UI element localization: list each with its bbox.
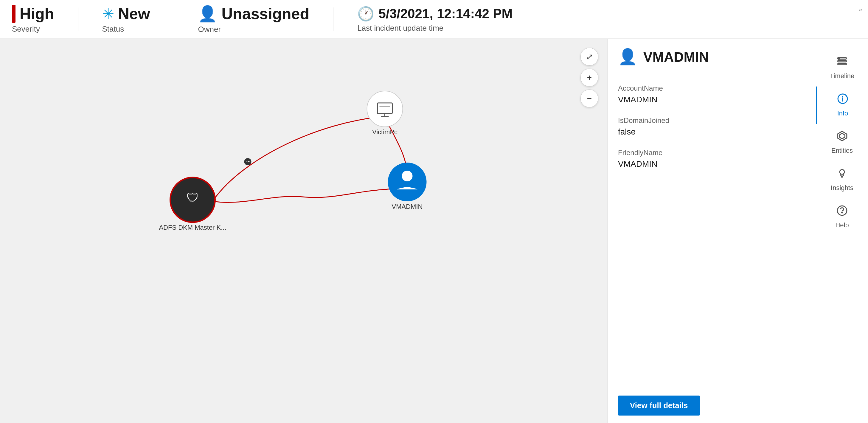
owner-value: Unassigned xyxy=(221,5,309,23)
time-value: 5/3/2021, 12:14:42 PM xyxy=(378,6,513,21)
panel-field-isdomainjoined: IsDomainJoined false xyxy=(618,116,805,137)
header: High Severity ✳ New Status 👤 Unassigned … xyxy=(0,0,868,39)
expand-panel-arrow[interactable]: » xyxy=(859,6,862,13)
svg-point-4 xyxy=(367,91,403,127)
panel-field-accountname: AccountName VMADMIN xyxy=(618,84,805,105)
svg-point-20 xyxy=(840,169,844,174)
severity-label: Severity xyxy=(12,25,54,34)
status-value: New xyxy=(118,5,150,23)
svg-point-10 xyxy=(402,171,413,181)
svg-point-9 xyxy=(388,163,427,201)
sidebar-label-timeline: Timeline xyxy=(830,72,854,80)
svg-rect-12 xyxy=(838,61,846,62)
main-content: ⤢ + − 〜 🛡 ADFS DKM Master K... xyxy=(0,39,868,423)
sidebar-item-timeline[interactable]: Timeline xyxy=(816,49,868,86)
fit-view-button[interactable]: ⤢ xyxy=(581,48,598,66)
severity-item: High Severity xyxy=(12,5,54,34)
header-divider-3 xyxy=(333,7,334,31)
insights-icon xyxy=(836,168,848,182)
sidebar-item-insights[interactable]: Insights xyxy=(816,161,868,198)
graph-controls: ⤢ + − xyxy=(581,48,598,107)
panel-field-value-friendlyname: VMADMIN xyxy=(618,159,805,169)
help-icon xyxy=(836,205,848,219)
status-label: Status xyxy=(102,25,150,34)
zoom-out-button[interactable]: − xyxy=(581,89,598,107)
owner-item: 👤 Unassigned Owner xyxy=(198,5,309,34)
panel-footer: View full details xyxy=(608,388,816,423)
sidebar-nav: » Timeline Info xyxy=(816,39,868,423)
panel-field-value-isdomainjoined: false xyxy=(618,127,805,137)
entities-icon xyxy=(836,130,848,144)
svg-rect-14 xyxy=(838,58,840,59)
sidebar-label-info: Info xyxy=(837,110,848,117)
view-details-button[interactable]: View full details xyxy=(618,396,700,416)
sidebar-label-entities: Entities xyxy=(831,147,853,154)
sidebar-label-insights: Insights xyxy=(831,184,854,192)
sidebar-item-info[interactable]: Info xyxy=(816,86,868,124)
svg-marker-19 xyxy=(839,133,845,139)
panel-field-label-isdomainjoined: IsDomainJoined xyxy=(618,116,805,125)
graph-svg: 〜 🛡 ADFS DKM Master K... VictimPc VMADMI… xyxy=(0,39,607,423)
svg-text:🛡: 🛡 xyxy=(187,191,199,205)
time-icon: 🕐 xyxy=(357,6,374,22)
alert-node-label: ADFS DKM Master K... xyxy=(159,224,226,231)
panel-field-value-accountname: VMADMIN xyxy=(618,95,805,105)
status-item: ✳ New Status xyxy=(102,5,150,34)
panel-header: 👤 VMADMIN xyxy=(608,39,816,75)
svg-rect-13 xyxy=(838,63,846,65)
panel-field-label-friendlyname: FriendlyName xyxy=(618,148,805,157)
zoom-in-button[interactable]: + xyxy=(581,68,598,86)
graph-area[interactable]: ⤢ + − 〜 🛡 ADFS DKM Master K... xyxy=(0,39,607,423)
owner-icon: 👤 xyxy=(198,5,217,23)
severity-bar-icon xyxy=(12,5,16,23)
vmadmin-node-label: VMADMIN xyxy=(392,203,423,210)
time-label: Last incident update time xyxy=(357,24,513,33)
panel-title: VMADMIN xyxy=(643,49,709,65)
timeline-icon xyxy=(836,56,848,70)
header-divider-1 xyxy=(78,7,79,31)
status-icon: ✳ xyxy=(102,5,114,22)
info-icon xyxy=(837,93,848,107)
svg-text:〜: 〜 xyxy=(246,159,250,164)
sidebar-item-entities[interactable]: Entities xyxy=(816,124,868,161)
severity-value: High xyxy=(20,5,54,23)
panel-field-friendlyname: FriendlyName VMADMIN xyxy=(618,148,805,169)
victimpc-node-label: VictimPc xyxy=(372,128,398,136)
time-item: 🕐 5/3/2021, 12:14:42 PM Last incident up… xyxy=(357,6,513,33)
panel-content: AccountName VMADMIN IsDomainJoined false… xyxy=(608,75,816,388)
svg-point-24 xyxy=(841,212,842,213)
sidebar-label-help: Help xyxy=(835,221,849,229)
owner-label: Owner xyxy=(198,25,309,34)
panel-field-label-accountname: AccountName xyxy=(618,84,805,92)
panel-header-icon: 👤 xyxy=(618,48,638,66)
right-panel: 👤 VMADMIN AccountName VMADMIN IsDomainJo… xyxy=(607,39,816,423)
sidebar-item-help[interactable]: Help xyxy=(816,198,868,236)
